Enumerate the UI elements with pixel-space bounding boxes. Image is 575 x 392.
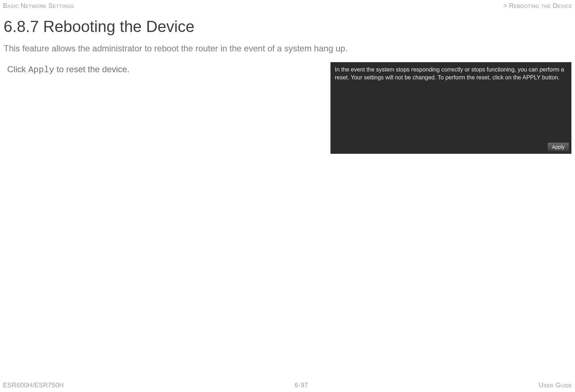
footer-left: ESR600H/ESR750H xyxy=(3,382,64,389)
section-intro: This feature allows the administrator to… xyxy=(4,43,571,54)
page-header: Basic Network Settings > Rebooting the D… xyxy=(0,0,575,10)
instruction-code: Apply xyxy=(28,65,54,75)
page-content: 6.8.7 Rebooting the Device This feature … xyxy=(0,10,575,154)
reset-panel-body: In the event the system stops responding… xyxy=(335,66,567,81)
reset-panel: In the event the system stops responding… xyxy=(330,62,571,154)
two-column-layout: Click Apply to reset the device. In the … xyxy=(4,62,571,154)
page-footer: ESR600H/ESR750H 6-97 User Guide xyxy=(0,382,575,389)
instruction-prefix: Click xyxy=(7,64,28,74)
apply-button[interactable]: Apply xyxy=(547,142,569,152)
footer-center: 6-97 xyxy=(295,382,308,389)
instruction-suffix: to reset the device. xyxy=(54,64,129,74)
header-left: Basic Network Settings xyxy=(3,2,74,10)
footer-right: User Guide xyxy=(539,382,572,389)
reset-panel-footer: Apply xyxy=(545,140,571,154)
section-title: 6.8.7 Rebooting the Device xyxy=(4,18,571,36)
header-right: > Rebooting the Device xyxy=(503,2,572,10)
instruction-text: Click Apply to reset the device. xyxy=(7,62,320,75)
